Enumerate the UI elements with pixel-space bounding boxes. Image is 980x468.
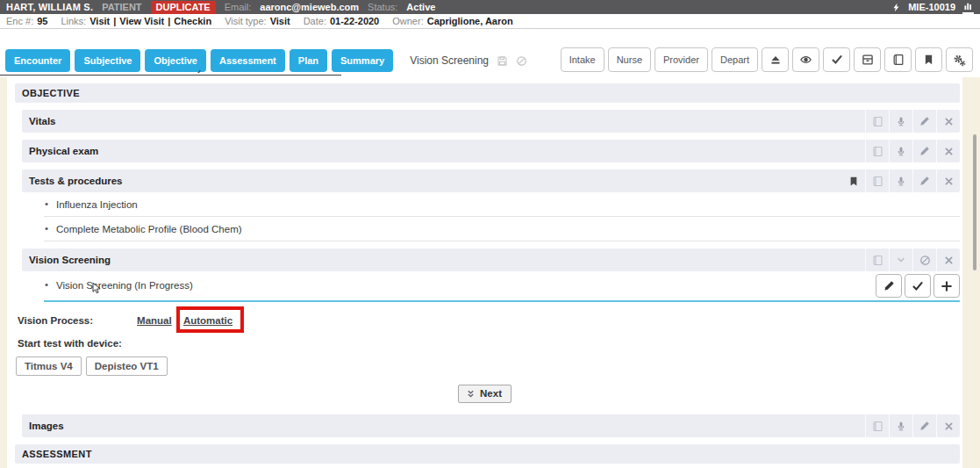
vision-process-row: Vision Process: Manual | Automatic	[18, 315, 960, 326]
microphone-icon[interactable]	[889, 110, 912, 133]
document-title: Vision Screening	[410, 54, 489, 67]
assessment-section-header: ASSESSMENT	[15, 444, 960, 464]
ban-icon[interactable]	[516, 55, 527, 67]
close-icon[interactable]	[936, 248, 960, 271]
scrollbar-thumb[interactable]	[973, 134, 976, 270]
vision-process-label: Vision Process:	[18, 315, 93, 326]
section-vitals[interactable]: Vitals	[22, 110, 960, 133]
objective-section-header: OBJECTIVE	[15, 83, 960, 103]
duplicate-badge: DUPLICATE	[151, 1, 216, 14]
section-title: Vision Screening	[29, 255, 111, 265]
start-test-label: Start test with device:	[18, 338, 960, 349]
nurse-button[interactable]: Nurse	[608, 47, 651, 72]
archive-button[interactable]	[854, 47, 881, 72]
note-book-icon[interactable]	[865, 414, 889, 437]
close-icon[interactable]	[936, 414, 960, 437]
note-book-icon[interactable]	[865, 140, 889, 162]
status-label: Status:	[368, 0, 397, 14]
clipped-scrolled-text: y	[197, 70, 205, 75]
link-separator: |	[113, 16, 116, 26]
patient-header-bar: HART, WILLIAM S. PATIENT DUPLICATE Email…	[0, 0, 980, 14]
section-title: Physical exam	[29, 146, 98, 156]
section-title: Vitals	[29, 116, 55, 126]
settings-gears-button[interactable]	[946, 47, 973, 72]
tab-plan[interactable]: Plan	[290, 49, 327, 72]
double-chevron-down-icon	[466, 389, 476, 399]
test-item-influenza[interactable]: Influenza Injection	[44, 192, 960, 217]
close-icon[interactable]	[936, 140, 960, 162]
automatic-link[interactable]: Automatic	[183, 315, 232, 326]
status-value: Active	[406, 0, 435, 14]
tab-encounter[interactable]: Encounter	[5, 49, 70, 72]
add-plus-button[interactable]	[934, 274, 960, 298]
links-label: Links:	[61, 16, 86, 26]
save-icon[interactable]	[497, 55, 508, 67]
tab-subjective[interactable]: Subjective	[75, 49, 140, 72]
visit-type-label: Visit type:	[225, 16, 267, 26]
ban-icon[interactable]	[912, 248, 936, 271]
close-icon[interactable]	[936, 169, 960, 192]
toolbar-divider	[0, 75, 341, 76]
edit-pencil-icon[interactable]	[912, 169, 936, 192]
edit-pencil-icon[interactable]	[912, 140, 936, 162]
close-icon[interactable]	[936, 110, 960, 133]
owner-value: Capriglione, Aaron	[427, 16, 513, 26]
content-area: OBJECTIVE Vitals Physical exam Tests & p…	[0, 77, 980, 468]
patient-type-label: PATIENT	[102, 0, 141, 14]
chart-icon[interactable]	[962, 1, 974, 14]
manual-link[interactable]: Manual	[137, 315, 172, 326]
tab-assessment[interactable]: Assessment	[211, 49, 285, 72]
depart-button[interactable]: Depart	[712, 47, 758, 72]
section-title: Images	[29, 421, 64, 431]
edit-pencil-icon[interactable]	[912, 110, 936, 133]
microphone-icon[interactable]	[889, 140, 912, 162]
provider-button[interactable]: Provider	[655, 47, 708, 72]
tab-summary[interactable]: Summary	[332, 49, 393, 72]
encounter-info-bar: Enc #: 95 Links: Visit | View Visit | Ch…	[0, 14, 980, 29]
intake-button[interactable]: Intake	[561, 47, 604, 72]
section-images[interactable]: Images	[22, 414, 960, 437]
link-view-visit[interactable]: View Visit	[119, 16, 164, 26]
edit-pencil-icon[interactable]	[912, 414, 936, 437]
date-value: 01-22-2020	[330, 16, 379, 26]
visit-type-value: Visit	[270, 16, 290, 26]
check-button[interactable]	[905, 274, 931, 298]
section-physical-exam[interactable]: Physical exam	[22, 140, 960, 162]
vision-item-in-progress[interactable]: Vision Screening (In Progress)	[44, 271, 960, 302]
toolbar: Encounter Subjective Objective Assessmen…	[0, 29, 980, 77]
eye-button[interactable]	[792, 47, 819, 72]
chevron-down-icon[interactable]	[889, 248, 912, 271]
next-button[interactable]: Next	[458, 385, 511, 403]
system-id: MIE-10019	[908, 0, 955, 14]
bookmark-button[interactable]	[915, 47, 942, 72]
chart-note-panel: OBJECTIVE Vitals Physical exam Tests & p…	[7, 77, 962, 468]
link-visit[interactable]: Visit	[89, 16, 110, 26]
bookmark-icon[interactable]	[841, 169, 865, 192]
section-tests-procedures[interactable]: Tests & procedures	[22, 169, 960, 192]
section-vision-screening[interactable]: Vision Screening	[22, 248, 960, 271]
microphone-icon[interactable]	[889, 414, 912, 437]
edit-pencil-button[interactable]	[876, 274, 902, 298]
note-book-icon[interactable]	[865, 110, 889, 133]
email-label: Email:	[225, 0, 252, 14]
enc-number: 95	[37, 16, 47, 26]
link-checkin[interactable]: Checkin	[174, 16, 211, 26]
process-link-separator: |	[176, 315, 179, 326]
email-value: aaronc@mieweb.com	[260, 0, 359, 14]
device-button-titmus[interactable]: Titmus V4	[16, 356, 82, 376]
enc-label: Enc #:	[6, 16, 33, 26]
note-book-icon[interactable]	[865, 248, 889, 271]
date-label: Date:	[304, 16, 326, 26]
note-book-icon[interactable]	[865, 169, 889, 192]
chart-notes-button[interactable]	[884, 47, 912, 72]
check-button[interactable]	[823, 47, 850, 72]
device-button-depisteo[interactable]: Depisteo VT1	[86, 356, 168, 376]
eject-button[interactable]	[762, 47, 789, 72]
patient-name: HART, WILLIAM S.	[6, 0, 93, 14]
link-separator: |	[168, 16, 170, 26]
test-item-metabolic[interactable]: Complete Metabolic Profile (Blood Chem)	[44, 217, 960, 241]
owner-label: Owner:	[392, 16, 423, 26]
tab-objective[interactable]: Objective	[145, 49, 206, 72]
lightning-icon[interactable]	[891, 2, 901, 13]
microphone-icon[interactable]	[889, 169, 912, 192]
